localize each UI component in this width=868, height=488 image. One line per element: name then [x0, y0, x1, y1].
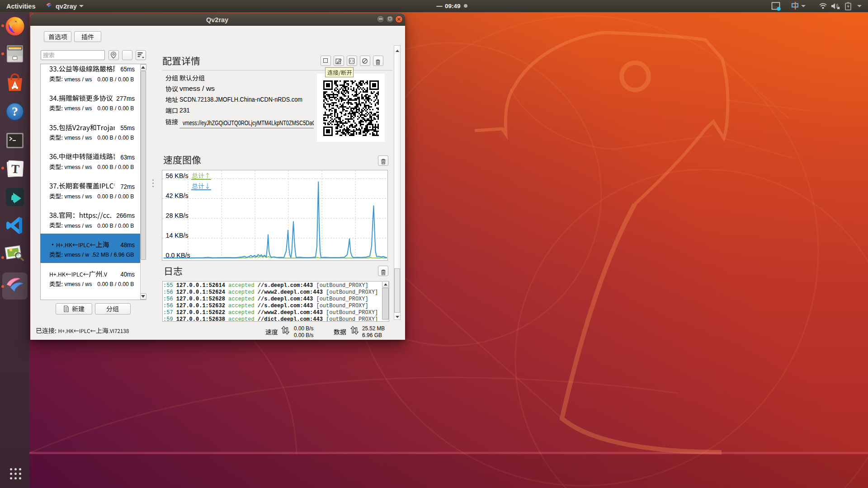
svg-text:T: T [11, 162, 20, 176]
svg-text:?: ? [12, 104, 18, 118]
